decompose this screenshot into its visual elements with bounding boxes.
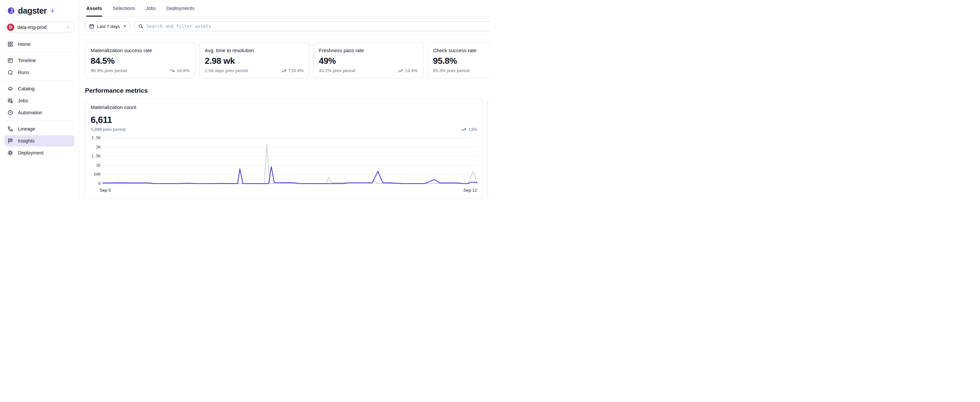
svg-text:Sep 12: Sep 12 bbox=[463, 188, 477, 193]
insights-icon bbox=[7, 138, 13, 144]
metric-value: 95.8% bbox=[433, 56, 490, 66]
sidebar-item-label: Catalog bbox=[18, 86, 35, 91]
metric-footer: 43.2% prev period13.4% bbox=[319, 68, 418, 73]
sidebar-item-label: Jobs bbox=[18, 98, 28, 103]
trend-value: 14.6% bbox=[177, 68, 189, 73]
tab-deployments[interactable]: Deployments bbox=[166, 0, 194, 17]
chart-cards-row: Materialization count6,6115,896 prev per… bbox=[85, 99, 490, 199]
tab-assets[interactable]: Assets bbox=[86, 0, 102, 17]
tab-jobs[interactable]: Jobs bbox=[145, 0, 156, 17]
svg-text:0: 0 bbox=[98, 182, 100, 186]
svg-text:2K: 2K bbox=[96, 145, 100, 150]
sidebar-item-home[interactable]: Home bbox=[4, 38, 74, 50]
metric-prev-period: 98.9% prev period bbox=[91, 68, 127, 73]
trending-up-icon bbox=[281, 69, 286, 73]
trend-value: 13.4% bbox=[405, 68, 418, 73]
chart-host: 05001K1.5K2K2.5KSep 5Sep 12 bbox=[91, 134, 477, 196]
sidebar-item-timeline[interactable]: Timeline bbox=[4, 55, 74, 66]
brand-plus-badge: + bbox=[50, 6, 55, 16]
svg-text:1.5K: 1.5K bbox=[91, 154, 100, 158]
metric-title: Avg. time to resolution bbox=[205, 48, 304, 53]
dagster-octopus-icon bbox=[7, 7, 15, 15]
filter-bar: Last 7 days bbox=[79, 17, 490, 35]
trend-indicator: 719.4% bbox=[281, 68, 304, 73]
runs-icon bbox=[7, 69, 13, 75]
metric-card: Check success rate95.8%83.3% prev period… bbox=[427, 42, 490, 78]
deployment-selector[interactable]: D data-eng-prod bbox=[5, 22, 74, 33]
chart-value: 6,611 bbox=[91, 115, 477, 125]
metric-card: Materialization success rate84.5%98.9% p… bbox=[85, 42, 195, 78]
lineage-icon bbox=[7, 126, 13, 132]
metric-footer: 83.3% prev period14.9% bbox=[433, 68, 490, 73]
line-chart[interactable]: 05001K1.5K2K2.5KSep 5Sep 12 bbox=[91, 134, 477, 194]
sidebar-item-deployment[interactable]: Deployment bbox=[4, 147, 74, 158]
sidebar-item-label: Insights bbox=[18, 138, 35, 144]
caret-down-icon bbox=[123, 25, 126, 28]
metric-title: Freshness pass rate bbox=[319, 48, 418, 53]
metric-value: 84.5% bbox=[91, 56, 189, 66]
metric-value: 2.98 wk bbox=[205, 56, 304, 66]
sidebar-item-label: Home bbox=[18, 41, 31, 47]
date-range-label: Last 7 days bbox=[97, 24, 120, 29]
metric-title: Check success rate bbox=[433, 48, 490, 53]
catalog-icon bbox=[7, 86, 13, 92]
metric-card: Freshness pass rate49%43.2% prev period1… bbox=[313, 42, 423, 78]
deployment-selector-label: data-eng-prod bbox=[17, 25, 63, 30]
trend-indicator: 14.6% bbox=[169, 68, 189, 73]
brand-wordmark: dagster bbox=[18, 6, 47, 16]
trend-indicator: 13% bbox=[461, 127, 477, 132]
tab-selections[interactable]: Selections bbox=[113, 0, 135, 17]
chart-footer: 5,896 prev period13% bbox=[91, 127, 477, 132]
metric-value: 49% bbox=[319, 56, 418, 66]
search-container bbox=[134, 21, 490, 31]
deployment-avatar: D bbox=[7, 24, 14, 31]
metric-prev-period: 43.2% prev period bbox=[319, 68, 356, 73]
trend-value: 719.4% bbox=[288, 68, 304, 73]
sidebar-item-label: Runs bbox=[18, 70, 29, 75]
metric-footer: 98.9% prev period14.6% bbox=[91, 68, 189, 73]
jobs-icon bbox=[7, 98, 13, 104]
sidebar-item-jobs[interactable]: Jobs bbox=[4, 95, 74, 106]
sidebar-item-insights[interactable]: Insights bbox=[4, 135, 74, 147]
chart-prev-period: 5,896 prev period bbox=[91, 127, 126, 132]
trending-up-icon bbox=[398, 69, 403, 73]
sidebar-divider bbox=[4, 52, 74, 53]
svg-text:1K: 1K bbox=[96, 163, 100, 168]
date-range-button[interactable]: Last 7 days bbox=[85, 21, 130, 31]
svg-text:Sep 5: Sep 5 bbox=[100, 188, 111, 193]
search-input[interactable] bbox=[134, 21, 490, 31]
home-grid-icon bbox=[7, 41, 13, 47]
metric-card: Avg. time to resolution2.98 wk2.54 days … bbox=[199, 42, 309, 78]
sidebar-item-catalog[interactable]: Catalog bbox=[4, 83, 74, 94]
svg-text:2.5K: 2.5K bbox=[91, 136, 100, 140]
brand-logo: dagster + bbox=[0, 0, 79, 16]
insights-content: Materialization success rate84.5%98.9% p… bbox=[79, 35, 490, 201]
section-title: Performance metrics bbox=[85, 87, 490, 94]
sidebar-divider bbox=[4, 80, 74, 81]
trending-down-icon bbox=[169, 69, 175, 73]
metric-cards-row: Materialization success rate84.5%98.9% p… bbox=[85, 42, 490, 78]
metric-title: Materialization success rate bbox=[91, 48, 189, 53]
main-area: AssetsSelectionsJobsDeployments Last 7 d… bbox=[79, 0, 490, 201]
sidebar-item-label: Automation bbox=[18, 110, 42, 115]
search-icon bbox=[138, 24, 143, 29]
sidebar-item-lineage[interactable]: Lineage bbox=[4, 123, 74, 134]
sidebar-item-automation[interactable]: Automation bbox=[4, 107, 74, 118]
svg-text:500: 500 bbox=[94, 172, 100, 177]
calendar-icon bbox=[89, 24, 94, 29]
top-tab-bar: AssetsSelectionsJobsDeployments bbox=[79, 0, 490, 17]
sidebar-divider bbox=[4, 121, 74, 121]
sidebar: dagster + D data-eng-prod HomeTimelineRu… bbox=[0, 0, 79, 201]
sidebar-item-label: Deployment bbox=[18, 150, 43, 155]
sidebar-item-label: Lineage bbox=[18, 126, 35, 132]
trend-value: 13% bbox=[468, 127, 477, 132]
chart-card: Failure count1,20365 prev period1,750.8%… bbox=[487, 99, 490, 199]
gear-icon bbox=[7, 150, 13, 156]
sidebar-nav: HomeTimelineRunsCatalogJobsAutomationLin… bbox=[0, 38, 79, 159]
trending-up-icon bbox=[461, 127, 466, 132]
sidebar-item-runs[interactable]: Runs bbox=[4, 67, 74, 78]
automation-icon bbox=[7, 110, 13, 116]
sidebar-item-label: Timeline bbox=[18, 58, 36, 63]
timeline-icon bbox=[7, 57, 13, 64]
chart-card: Materialization count6,6115,896 prev per… bbox=[85, 99, 483, 199]
